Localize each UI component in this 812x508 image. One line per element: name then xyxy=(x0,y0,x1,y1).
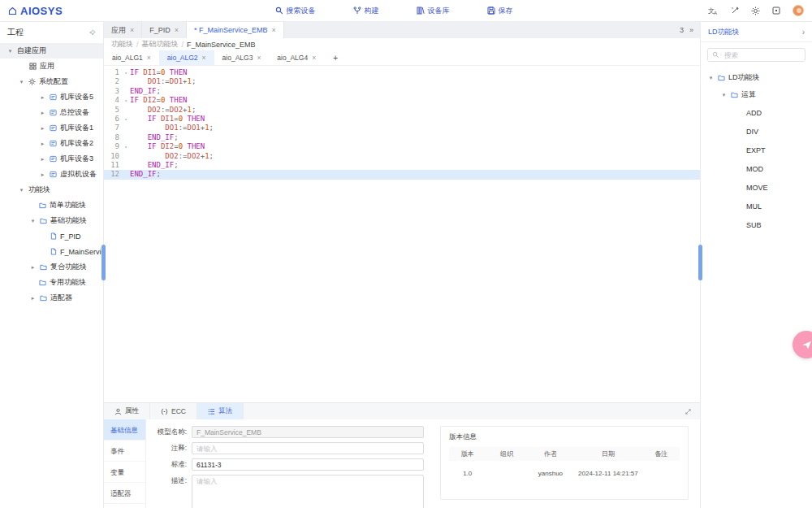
tree-item[interactable]: ▾系统配置 xyxy=(0,74,103,89)
tree-item[interactable]: ▸机库设备3 xyxy=(0,151,103,167)
tree-item[interactable]: ▸适配器 xyxy=(0,290,103,306)
close-icon[interactable]: × xyxy=(202,54,206,62)
topbar-menu-save[interactable]: 保存 xyxy=(487,6,513,16)
code-line[interactable]: 12END_IF; xyxy=(104,170,700,179)
code-line[interactable]: 1▾IF DI1=0 THEN xyxy=(104,68,700,77)
add-tab-button[interactable]: + xyxy=(324,50,347,65)
topbar-menu-device-library[interactable]: 设备库 xyxy=(417,6,450,16)
editor-tab[interactable]: F_PID× xyxy=(142,22,187,38)
fb-search-box[interactable] xyxy=(707,48,806,62)
fb-panel-title[interactable]: LD功能块 xyxy=(708,27,740,37)
tab-overflow-icon[interactable]: » xyxy=(689,26,693,34)
tree-caret-icon[interactable]: ▾ xyxy=(18,187,25,193)
tree-caret-icon[interactable]: ▾ xyxy=(18,79,25,85)
tree-caret-icon[interactable]: ▸ xyxy=(39,141,46,147)
topbar-menu-build[interactable]: 构建 xyxy=(353,6,379,16)
bottom-menu-item[interactable]: 事件 xyxy=(104,441,145,462)
topbar-menu-search[interactable]: 搜索设备 xyxy=(275,6,316,16)
theme-icon[interactable] xyxy=(751,7,760,15)
fb-block-item[interactable]: EXPT xyxy=(701,141,812,159)
tree-item[interactable]: ▸机库设备2 xyxy=(0,136,103,151)
code-line[interactable]: 5 DO2:=DO2+1; xyxy=(104,106,700,115)
bottom-menu-item[interactable]: 适配器 xyxy=(104,483,145,504)
code-line[interactable]: 8 END_IF; xyxy=(104,133,700,142)
fold-caret-icon[interactable]: ▾ xyxy=(122,68,130,77)
st-code-editor[interactable]: 1▾IF DI1=0 THEN2 DO1:=DO1+1;3END_IF;4▾IF… xyxy=(104,66,700,402)
breadcrumb-item[interactable]: 功能块 xyxy=(111,39,133,50)
fold-caret-icon[interactable]: ▾ xyxy=(122,96,130,105)
breadcrumb-item[interactable]: F_MainService_EMB xyxy=(187,41,256,49)
editor-tab[interactable]: * F_MainService_EMB× xyxy=(187,22,284,38)
model-name-field[interactable] xyxy=(192,426,424,438)
tree-caret-icon[interactable]: ▸ xyxy=(39,125,46,132)
close-icon[interactable]: × xyxy=(272,26,276,34)
tree-caret-icon[interactable]: ▾ xyxy=(6,48,14,54)
app-logo[interactable]: AIOSYS xyxy=(8,5,106,17)
bottom-menu-item[interactable]: 变量 xyxy=(104,462,145,483)
fb-block-item[interactable]: DIV xyxy=(701,122,812,141)
fb-block-item[interactable]: SUB xyxy=(701,215,812,234)
tree-item[interactable]: F_MainService_EMB xyxy=(0,244,103,259)
tree-item[interactable]: 专用功能块 xyxy=(0,275,103,290)
code-line[interactable]: 7 DO1:=DO1+1; xyxy=(104,124,700,132)
algorithm-tab[interactable]: aio_ALG4× xyxy=(269,50,324,65)
apps-icon[interactable] xyxy=(772,7,780,15)
fb-tree-folder[interactable]: ▾运算 xyxy=(701,86,812,103)
code-line[interactable]: 2 DO1:=DO1+1; xyxy=(104,77,700,86)
tree-item[interactable]: ▸虚拟机设备 xyxy=(0,167,103,182)
tree-caret-icon[interactable]: ▾ xyxy=(707,75,715,81)
code-line[interactable]: 3END_IF; xyxy=(104,87,700,96)
panel-expand-icon[interactable] xyxy=(676,403,700,419)
tree-item[interactable]: ▸机库设备1 xyxy=(0,120,103,136)
tree-item[interactable]: 简单功能块 xyxy=(0,198,103,213)
fb-block-item[interactable]: MOVE xyxy=(701,178,812,197)
tree-caret-icon[interactable]: ▾ xyxy=(29,218,37,224)
code-line[interactable]: 10 DO2:=DO2+1; xyxy=(104,152,700,161)
pointer-icon[interactable] xyxy=(731,7,739,15)
tree-item[interactable]: ▸总控设备 xyxy=(0,105,103,120)
close-icon[interactable]: × xyxy=(175,26,179,34)
tree-item[interactable]: ▾自建应用 xyxy=(0,43,103,59)
fold-caret-icon[interactable]: ▾ xyxy=(122,115,130,124)
comment-field[interactable] xyxy=(192,442,424,454)
tree-caret-icon[interactable]: ▸ xyxy=(29,295,37,302)
fb-block-item[interactable]: MOD xyxy=(701,159,812,178)
tree-item[interactable]: F_PID xyxy=(0,228,103,244)
code-line[interactable]: 11 END_IF; xyxy=(104,161,700,170)
bottom-tab-属性[interactable]: 属性 xyxy=(104,403,150,419)
code-line[interactable]: 4▾IF DI2=0 THEN xyxy=(104,96,700,105)
fb-search-input[interactable] xyxy=(723,50,801,60)
tree-caret-icon[interactable]: ▸ xyxy=(29,264,37,271)
standard-field[interactable] xyxy=(192,458,424,471)
bottom-menu-item[interactable]: 基础信息 xyxy=(104,419,145,441)
close-icon[interactable]: × xyxy=(147,54,151,62)
translate-icon[interactable]: 文A xyxy=(708,7,719,15)
editor-tab[interactable]: 应用× xyxy=(104,22,142,38)
bottom-tab-ECC[interactable]: ECC xyxy=(150,403,197,419)
code-line[interactable]: 9▾ IF DI2=0 THEN xyxy=(104,142,700,151)
close-icon[interactable]: × xyxy=(130,26,134,34)
tree-caret-icon[interactable]: ▸ xyxy=(39,172,46,178)
user-avatar[interactable] xyxy=(793,5,804,16)
left-resize-handle[interactable] xyxy=(102,245,106,280)
close-icon[interactable]: × xyxy=(257,54,261,62)
code-line[interactable]: 6▾ IF DI1=0 THEN xyxy=(104,115,700,124)
algorithm-tab[interactable]: aio_ALG3× xyxy=(214,50,270,65)
tree-caret-icon[interactable]: ▸ xyxy=(39,110,46,116)
fold-caret-icon[interactable]: ▾ xyxy=(122,142,130,151)
fb-block-item[interactable]: ADD xyxy=(701,103,812,122)
right-resize-handle[interactable] xyxy=(698,245,702,280)
close-icon[interactable]: × xyxy=(312,54,316,62)
breadcrumb-item[interactable]: 基础功能块 xyxy=(142,39,179,50)
panel-collapse-icon[interactable]: › xyxy=(802,28,805,37)
fb-tree-folder[interactable]: ▾LD功能块 xyxy=(701,69,812,86)
tree-item[interactable]: ▾功能块 xyxy=(0,182,103,198)
tree-caret-icon[interactable]: ▾ xyxy=(720,92,728,98)
fb-block-item[interactable]: MUL xyxy=(701,197,812,215)
bottom-tab-算法[interactable]: 算法 xyxy=(197,403,244,419)
description-field[interactable] xyxy=(192,475,424,508)
algorithm-tab[interactable]: aio_ALG2× xyxy=(159,50,214,65)
algorithm-tab[interactable]: aio_ALG1× xyxy=(104,50,159,65)
tree-item[interactable]: ▸复合功能块 xyxy=(0,259,103,275)
tree-item[interactable]: ▾基础功能块 xyxy=(0,213,103,228)
